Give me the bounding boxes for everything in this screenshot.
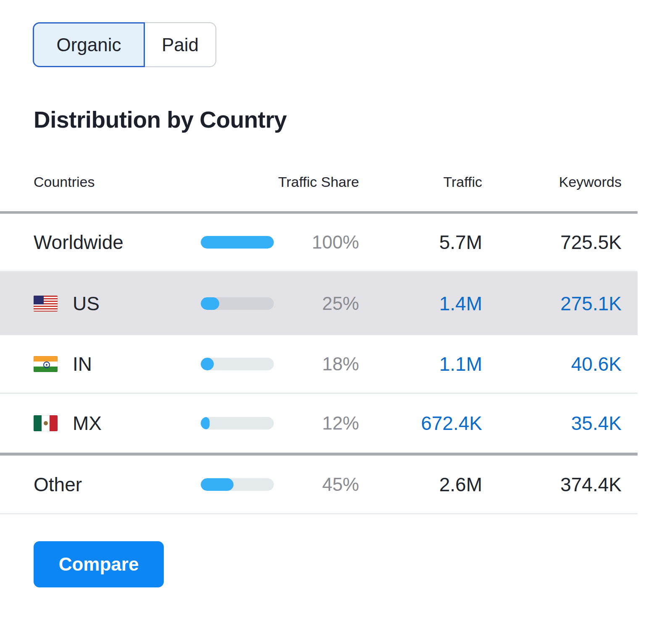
mx-flag-icon (34, 415, 58, 431)
col-header-countries: Countries (34, 174, 201, 190)
keywords-value: 725.5K (482, 231, 622, 254)
keywords-value-link[interactable]: 40.6K (482, 353, 622, 375)
page-title: Distribution by Country (34, 106, 672, 134)
table-header: Countries Traffic Share Traffic Keywords (0, 134, 638, 214)
keywords-value-link[interactable]: 35.4K (482, 412, 622, 435)
toggle-paid[interactable]: Paid (145, 22, 216, 67)
country-label: IN (73, 353, 92, 375)
traffic-share-bar (201, 236, 274, 249)
traffic-share-bar-fill (201, 297, 219, 310)
distribution-table: Countries Traffic Share Traffic Keywords… (0, 134, 638, 514)
table-section-divider (0, 453, 638, 456)
traffic-share-bar (201, 478, 274, 491)
traffic-share-bar-fill (201, 478, 234, 491)
col-header-traffic: Traffic (359, 174, 482, 190)
country-label: Other (34, 473, 201, 496)
country-label: Worldwide (34, 231, 201, 254)
traffic-share-bar (201, 417, 274, 430)
table-row-us[interactable]: US 25% 1.4M 275.1K (0, 272, 638, 335)
traffic-value-link[interactable]: 672.4K (359, 412, 482, 435)
traffic-value-link[interactable]: 1.1M (359, 353, 482, 375)
traffic-share-bar-fill (201, 236, 274, 249)
country-label: MX (73, 412, 102, 435)
in-flag-icon (34, 356, 58, 372)
traffic-share-value: 25% (274, 293, 359, 314)
traffic-share-value: 100% (274, 232, 359, 253)
table-row-in[interactable]: IN 18% 1.1M 40.6K (0, 335, 638, 394)
keywords-value: 374.4K (482, 473, 622, 496)
traffic-value-link[interactable]: 1.4M (359, 292, 482, 315)
keywords-value-link[interactable]: 275.1K (482, 292, 622, 315)
traffic-share-value: 45% (274, 474, 359, 495)
traffic-share-bar-fill (201, 358, 214, 370)
country-label: US (73, 292, 100, 315)
traffic-share-bar (201, 358, 274, 370)
traffic-share-value: 12% (274, 413, 359, 434)
table-row-mx[interactable]: MX 12% 672.4K 35.4K (0, 394, 638, 453)
traffic-value: 2.6M (359, 473, 482, 496)
traffic-type-toggle: Organic Paid (33, 22, 216, 67)
table-row-other: Other 45% 2.6M 374.4K (0, 456, 638, 514)
traffic-value: 5.7M (359, 231, 482, 254)
compare-button[interactable]: Compare (34, 541, 164, 587)
traffic-share-value: 18% (274, 354, 359, 375)
traffic-share-bar-fill (201, 417, 210, 430)
col-header-traffic-share: Traffic Share (201, 174, 359, 190)
toggle-organic[interactable]: Organic (33, 22, 145, 67)
col-header-keywords: Keywords (482, 174, 622, 190)
table-row-worldwide: Worldwide 100% 5.7M 725.5K (0, 214, 638, 272)
us-flag-icon (34, 296, 58, 312)
traffic-share-bar (201, 297, 274, 310)
